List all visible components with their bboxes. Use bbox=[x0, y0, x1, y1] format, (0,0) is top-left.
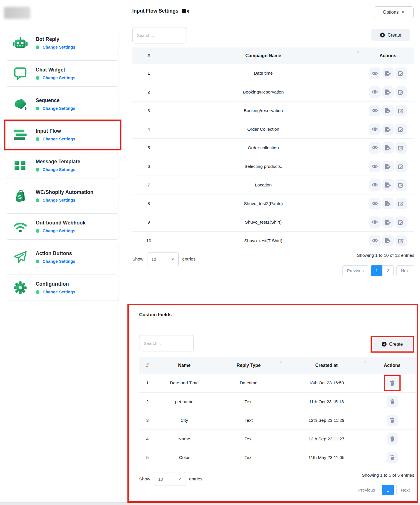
video-camera-icon[interactable] bbox=[182, 9, 189, 14]
sidebar-item-sequence[interactable]: Sequence Change Settings bbox=[6, 91, 119, 117]
page-size-select[interactable]: 10 ∨ bbox=[147, 252, 179, 266]
edit-button[interactable] bbox=[395, 124, 407, 135]
sidebar-item-message-template[interactable]: Message Template Change Settings bbox=[6, 152, 119, 178]
export-button[interactable] bbox=[382, 67, 394, 79]
export-button[interactable] bbox=[382, 124, 394, 135]
row-index: 7 bbox=[132, 176, 165, 194]
edit-button[interactable] bbox=[395, 179, 407, 191]
next-page-button[interactable]: Next bbox=[396, 265, 414, 276]
sidebar-item-wc-shopify[interactable]: S WC/Shopify Automation Change Settings bbox=[6, 183, 119, 209]
view-button[interactable] bbox=[369, 235, 381, 246]
status-dot bbox=[36, 168, 39, 172]
sidebar-item-label: Action Buttons bbox=[36, 250, 75, 257]
field-name-cell: City bbox=[156, 411, 213, 430]
sidebar-item-outbound-webhook[interactable]: Out-bound Webhook Change Settings bbox=[6, 213, 119, 240]
file-export-icon bbox=[385, 70, 391, 76]
export-button[interactable] bbox=[382, 179, 394, 191]
delete-button[interactable] bbox=[387, 415, 398, 426]
view-button[interactable] bbox=[369, 179, 381, 191]
sidebar-item-input-flow[interactable]: Input Flow Change Settings bbox=[6, 122, 119, 148]
eye-icon bbox=[372, 71, 378, 76]
sidebar-item-bot-reply[interactable]: Bot Reply Change Settings bbox=[6, 30, 119, 56]
edit-button[interactable] bbox=[395, 198, 407, 209]
page-1-button[interactable]: 1 bbox=[382, 485, 394, 495]
delete-button[interactable] bbox=[387, 377, 398, 389]
custom-fields-search-input[interactable] bbox=[139, 335, 194, 351]
plus-circle-icon bbox=[382, 342, 387, 347]
row-index: 3 bbox=[139, 411, 156, 430]
export-button[interactable] bbox=[382, 142, 394, 154]
sort-icon[interactable]: ↑↓ bbox=[208, 359, 210, 364]
column-header-campaign-name[interactable]: Campaign Name ↑↓ bbox=[165, 47, 361, 64]
campaigns-search-input[interactable] bbox=[132, 27, 187, 43]
options-button[interactable]: Options ▼ bbox=[374, 6, 414, 18]
view-button[interactable] bbox=[369, 161, 381, 172]
trash-icon bbox=[389, 380, 395, 386]
page-2-button[interactable]: 2 bbox=[382, 265, 394, 276]
export-button[interactable] bbox=[382, 86, 394, 98]
sort-icon[interactable]: ↑↓ bbox=[364, 359, 366, 364]
view-button[interactable] bbox=[369, 86, 381, 98]
delete-button[interactable] bbox=[387, 433, 398, 445]
column-header-name[interactable]: Name ↑↓ bbox=[156, 357, 213, 374]
view-button[interactable] bbox=[369, 124, 381, 135]
table-row: 5 Order collection bbox=[132, 138, 414, 157]
column-header-created-at[interactable]: Created at ↑↓ bbox=[284, 357, 369, 374]
sort-icon[interactable]: ↑↓ bbox=[279, 359, 281, 364]
reply-type-cell: Text bbox=[213, 448, 284, 467]
sidebar-item-chat-widget[interactable]: Chat Widget Change Settings bbox=[6, 60, 119, 87]
column-header-reply-type[interactable]: Reply Type ↑↓ bbox=[213, 357, 284, 374]
edit-icon bbox=[398, 108, 404, 114]
view-button[interactable] bbox=[369, 216, 381, 228]
edit-button[interactable] bbox=[395, 216, 407, 228]
change-settings-link[interactable]: Change Settings bbox=[43, 45, 75, 49]
view-button[interactable] bbox=[369, 105, 381, 116]
edit-button[interactable] bbox=[395, 105, 407, 116]
edit-button[interactable] bbox=[395, 86, 407, 98]
change-settings-link[interactable]: Change Settings bbox=[43, 198, 75, 202]
sort-icon[interactable]: ↑↓ bbox=[357, 50, 359, 54]
change-settings-link[interactable]: Change Settings bbox=[43, 259, 75, 264]
edit-button[interactable] bbox=[395, 235, 407, 246]
file-export-icon bbox=[385, 201, 391, 206]
page-size-select[interactable]: 10 ∨ bbox=[154, 472, 185, 486]
column-header-index: # bbox=[139, 357, 156, 374]
campaigns-create-button[interactable]: Create bbox=[371, 29, 410, 41]
view-button[interactable] bbox=[369, 67, 381, 79]
next-page-button[interactable]: Next bbox=[396, 485, 414, 495]
export-button[interactable] bbox=[382, 198, 394, 209]
delete-button[interactable] bbox=[387, 452, 398, 463]
edit-button[interactable] bbox=[395, 67, 407, 79]
change-settings-link[interactable]: Change Settings bbox=[43, 228, 75, 233]
export-button[interactable] bbox=[382, 161, 394, 172]
plus-circle-icon bbox=[380, 33, 385, 37]
export-button[interactable] bbox=[382, 216, 394, 228]
field-name-cell: Name bbox=[156, 430, 213, 448]
sidebar-item-action-buttons[interactable]: Action Buttons Change Settings bbox=[6, 244, 119, 270]
change-settings-link[interactable]: Change Settings bbox=[43, 75, 75, 80]
row-index: 2 bbox=[139, 392, 156, 411]
trash-icon bbox=[389, 454, 395, 460]
export-button[interactable] bbox=[382, 105, 394, 116]
page-title-row: Input Flow Settings bbox=[132, 8, 189, 14]
change-settings-link[interactable]: Change Settings bbox=[43, 106, 75, 111]
sidebar-item-label: Message Template bbox=[36, 159, 80, 165]
file-export-icon bbox=[385, 164, 391, 169]
previous-page-button[interactable]: Previous bbox=[342, 265, 368, 276]
export-button[interactable] bbox=[382, 235, 394, 246]
edit-button[interactable] bbox=[395, 142, 407, 154]
row-index: 1 bbox=[132, 64, 165, 83]
view-button[interactable] bbox=[369, 142, 381, 154]
previous-page-button[interactable]: Previous bbox=[354, 485, 379, 495]
change-settings-link[interactable]: Change Settings bbox=[43, 137, 75, 141]
page-1-button[interactable]: 1 bbox=[371, 265, 383, 276]
chevron-down-icon: ∨ bbox=[178, 477, 181, 481]
edit-icon bbox=[398, 89, 404, 95]
change-settings-link[interactable]: Change Settings bbox=[43, 167, 75, 172]
change-settings-link[interactable]: Change Settings bbox=[43, 290, 75, 294]
delete-button[interactable] bbox=[387, 396, 398, 407]
edit-button[interactable] bbox=[395, 161, 407, 172]
sidebar-item-configuration[interactable]: Configuration Change Settings bbox=[6, 275, 119, 301]
custom-fields-create-button[interactable]: Create bbox=[373, 338, 412, 350]
view-button[interactable] bbox=[369, 198, 381, 209]
